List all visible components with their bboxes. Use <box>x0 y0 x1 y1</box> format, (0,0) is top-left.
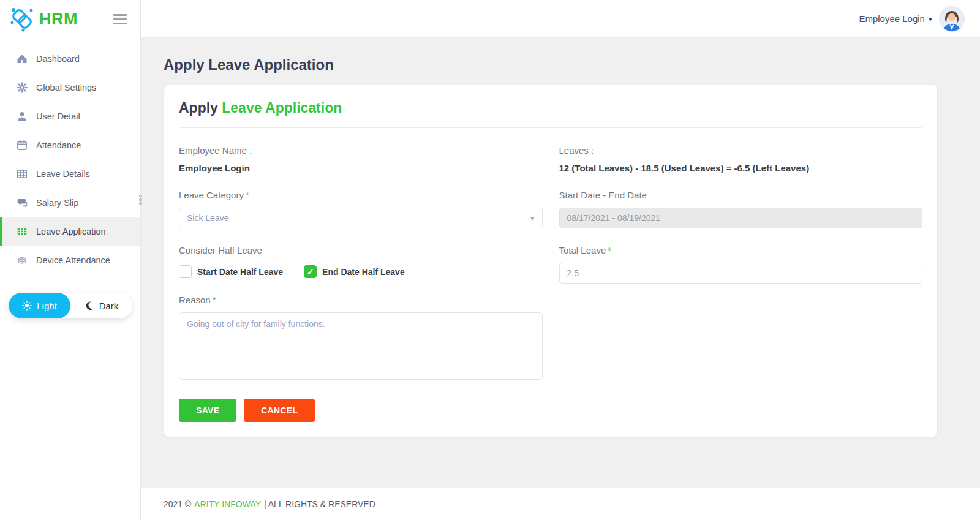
theme-dark-button[interactable]: Dark <box>70 293 132 318</box>
sidebar-item-attendance[interactable]: Attendance <box>0 130 140 159</box>
table-grid-icon <box>16 225 28 237</box>
user-icon <box>16 110 28 122</box>
sidebar-menu: Dashboard Global Settings <box>0 38 140 274</box>
sidebar-resize-grip[interactable] <box>138 195 143 205</box>
fingerprint-icon <box>16 254 28 266</box>
total-leave-input[interactable] <box>559 263 923 284</box>
sidebar-item-label: User Detail <box>36 111 80 121</box>
checkbox-label: End Date Half Leave <box>322 267 405 277</box>
apply-leave-card: Apply Leave Application Employee Name : … <box>164 85 938 437</box>
page-title: Apply Leave Application <box>164 56 960 73</box>
sidebar-item-label: Leave Application <box>36 227 106 236</box>
cancel-button[interactable]: CANCEL <box>244 399 315 422</box>
sidebar-item-label: Dashboard <box>36 54 80 64</box>
reason-group: Reason* <box>179 295 543 382</box>
checkbox-box[interactable]: ✓ <box>179 265 192 278</box>
leave-category-label: Leave Category* <box>179 190 543 200</box>
reason-label: Reason* <box>179 295 543 305</box>
consider-half-leave-label: Consider Half Leave <box>179 245 543 255</box>
employee-name-group: Employee Name : Employee Login <box>179 145 543 173</box>
user-menu[interactable]: Employee Login ▾ <box>859 13 932 24</box>
total-leave-label: Total Leave* <box>559 245 923 255</box>
user-avatar[interactable] <box>940 7 964 31</box>
sidebar-item-salary-slip[interactable]: Salary Slip <box>0 188 140 217</box>
calendar-icon <box>16 139 28 151</box>
sidebar-item-label: Device Attendance <box>36 255 110 265</box>
required-asterisk: * <box>608 245 611 255</box>
card-divider <box>179 127 922 128</box>
chevron-down-icon: ▾ <box>929 15 932 23</box>
sidebar-item-user-detail[interactable]: User Detail <box>0 102 140 130</box>
date-range-group: Start Date - End Date <box>559 190 923 228</box>
sun-icon <box>22 301 32 311</box>
sidebar-item-dashboard[interactable]: Dashboard <box>0 44 140 73</box>
consider-half-leave-group: Consider Half Leave ✓ Start Date Half Le… <box>179 245 543 278</box>
footer-company-link[interactable]: ARITY INFOWAY <box>194 499 261 509</box>
brand-name: HRM <box>39 10 78 29</box>
total-leave-group: Total Leave* <box>559 245 923 284</box>
footer-rights: | ALL RIGHTS & RESERVED <box>264 499 375 509</box>
table-grid-icon <box>16 168 28 179</box>
theme-light-button[interactable]: Light <box>9 293 70 318</box>
brand-logo[interactable]: HRM <box>9 6 78 32</box>
chevron-down-icon: ▾ <box>530 214 535 223</box>
theme-toggle: Light Dark <box>9 293 132 318</box>
sidebar: HRM Dashboard <box>0 0 141 520</box>
theme-dark-label: Dark <box>99 301 119 311</box>
hamburger-menu-icon[interactable] <box>111 12 129 27</box>
gear-icon <box>16 81 28 93</box>
date-range-input <box>559 208 923 228</box>
save-button[interactable]: SAVE <box>179 399 236 422</box>
employee-name-value: Employee Login <box>179 163 543 173</box>
moon-icon <box>85 301 94 311</box>
card-title-prefix: Apply <box>179 100 218 116</box>
required-asterisk: * <box>213 295 216 305</box>
date-range-label: Start Date - End Date <box>559 190 923 200</box>
sidebar-item-device-attendance[interactable]: Device Attendance <box>0 246 140 274</box>
user-menu-label: Employee Login <box>859 13 925 24</box>
sidebar-header: HRM <box>0 0 140 38</box>
top-bar: Employee Login ▾ <box>141 0 980 38</box>
leaves-label: Leaves : <box>559 145 923 156</box>
card-title: Apply Leave Application <box>179 100 922 116</box>
app-window: HRM Dashboard <box>0 0 980 520</box>
main-content: Apply Leave Application Apply Leave Appl… <box>141 38 980 488</box>
start-date-half-leave-checkbox[interactable]: ✓ Start Date Half Leave <box>179 265 283 278</box>
leaves-value: 12 (Total Leaves) - 18.5 (Used Leaves) =… <box>559 163 923 173</box>
checkbox-box[interactable]: ✓ <box>304 265 317 278</box>
reason-textarea[interactable] <box>179 312 543 380</box>
sidebar-item-leave-details[interactable]: Leave Details <box>0 159 140 188</box>
required-asterisk: * <box>246 190 249 200</box>
footer-year: 2021 © <box>164 499 191 509</box>
sidebar-item-leave-application[interactable]: Leave Application <box>0 217 140 246</box>
sidebar-item-label: Global Settings <box>36 83 96 92</box>
employee-name-label: Employee Name : <box>179 145 543 156</box>
card-title-highlight: Leave Application <box>222 100 342 116</box>
sidebar-item-label: Attendance <box>36 140 81 150</box>
sidebar-item-label: Salary Slip <box>36 198 78 208</box>
checkbox-label: Start Date Half Leave <box>197 267 283 277</box>
footer: 2021 © ARITY INFOWAY | ALL RIGHTS & RESE… <box>141 488 980 520</box>
sidebar-item-global-settings[interactable]: Global Settings <box>0 73 140 102</box>
leave-category-group: Leave Category* Sick Leave ▾ <box>179 190 543 228</box>
end-date-half-leave-checkbox[interactable]: ✓ End Date Half Leave <box>304 265 405 278</box>
chat-bubbles-icon <box>16 197 28 208</box>
leaves-summary-group: Leaves : 12 (Total Leaves) - 18.5 (Used … <box>559 145 923 173</box>
leave-category-select[interactable]: Sick Leave ▾ <box>179 208 543 228</box>
check-icon: ✓ <box>307 268 314 276</box>
theme-light-label: Light <box>37 301 57 311</box>
sidebar-item-label: Leave Details <box>36 169 90 179</box>
home-icon <box>16 53 28 64</box>
hrm-logo-icon <box>9 6 36 32</box>
leave-category-selected-value: Sick Leave <box>187 213 228 223</box>
